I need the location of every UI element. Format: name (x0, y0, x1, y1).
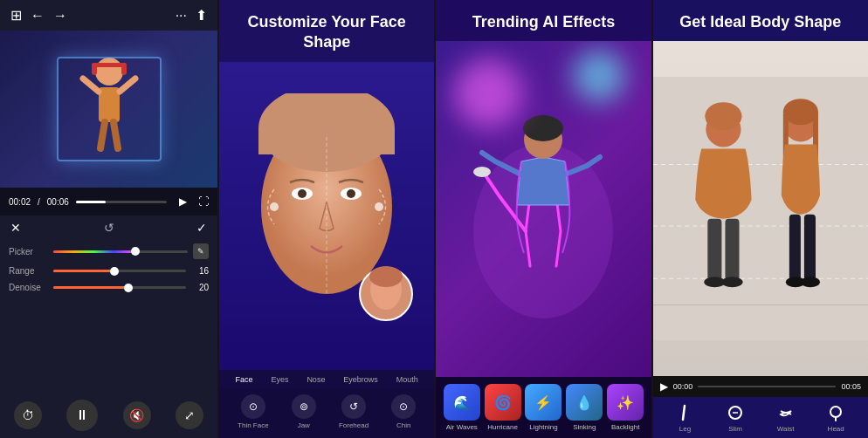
redo-icon[interactable]: → (53, 8, 67, 24)
progress-fill (76, 201, 106, 203)
slim-icon (725, 402, 746, 423)
leg-icon (674, 402, 695, 423)
effect-air-waves[interactable]: 🌊 Air Waves (444, 384, 480, 431)
lightning-label: Lightning (529, 423, 557, 431)
tab-nose[interactable]: Nose (307, 375, 325, 384)
svg-point-15 (347, 189, 355, 198)
face-shape-panel: Customize Your Face Shape (217, 0, 434, 438)
face-tabs: Face Eyes Nose Eyebrows Mouth (219, 370, 434, 389)
confirm-icon[interactable]: ✓ (196, 221, 207, 235)
thin-face-label: Thin Face (238, 421, 269, 429)
bottom-controls: ⏱ ⏸ 🔇 ⤢ (0, 393, 217, 438)
undo-icon[interactable]: ← (31, 8, 45, 24)
jaw-label: Jaw (298, 421, 310, 429)
denoise-track[interactable] (53, 286, 186, 289)
svg-point-13 (298, 189, 307, 198)
face-actions: ⊙ Thin Face ⊚ Jaw ↺ Forehead ⊙ Chin (219, 389, 434, 438)
waist-label: Waist (777, 425, 795, 433)
effect-lightning[interactable]: ⚡ Lightning (525, 384, 561, 431)
editor-header: ⊞ ← → ··· ⬆ (0, 0, 217, 31)
tab-eyebrows[interactable]: Eyebrows (343, 375, 378, 384)
picker-fill (53, 250, 134, 253)
chin-label: Chin (396, 421, 410, 429)
ai-effects-bar: 🌊 Air Waves 🌀 Hurricane ⚡ Lightning 💧 Si… (436, 377, 651, 438)
waist-icon (775, 402, 796, 423)
undo-action-icon[interactable]: ↺ (104, 221, 114, 235)
more-icon[interactable]: ··· (176, 8, 187, 24)
svg-point-17 (270, 202, 279, 211)
timer-button[interactable]: ⏱ (14, 401, 42, 429)
head-icon (825, 402, 846, 423)
sliders-section: Picker ✎ Range 16 Denoise 20 (0, 240, 217, 393)
slim-label: Slim (728, 425, 742, 433)
ctrl-slim[interactable]: Slim (725, 402, 746, 433)
video-editor-panel: ⊞ ← → ··· ⬆ 00:02 / (0, 0, 217, 438)
pause-button[interactable]: ⏸ (66, 400, 98, 431)
effect-sinking[interactable]: 💧 Sinking (566, 384, 603, 431)
lightning-thumb: ⚡ (525, 384, 561, 421)
head-label: Head (828, 425, 844, 433)
timeline-bar: 00:02 / 00:06 ▶ ⛶ (0, 188, 217, 216)
face-background (219, 62, 434, 370)
forehead-label: Forehead (339, 421, 369, 429)
sinking-label: Sinking (573, 423, 596, 431)
effect-hurricane[interactable]: 🌀 Hurricane (485, 384, 521, 431)
progress-bar[interactable] (76, 201, 167, 203)
tab-face[interactable]: Face (235, 375, 252, 384)
tab-eyes[interactable]: Eyes (271, 375, 288, 384)
backlight-thumb: ✨ (607, 384, 644, 421)
action-chin[interactable]: ⊙ Chin (391, 394, 416, 429)
range-thumb[interactable] (110, 267, 119, 276)
jaw-icon: ⊚ (292, 394, 316, 419)
face-illustration-svg (239, 93, 414, 338)
ctrl-waist[interactable]: Waist (775, 402, 796, 433)
range-track[interactable] (53, 270, 186, 272)
svg-point-18 (375, 202, 383, 211)
video-glow-effect (57, 57, 162, 161)
hurricane-thumb: 🌀 (485, 384, 521, 421)
ctrl-head[interactable]: Head (825, 402, 846, 433)
fullscreen-icon[interactable]: ⛶ (198, 195, 209, 208)
leg-label: Leg (679, 425, 691, 433)
svg-rect-42 (804, 215, 816, 280)
home-icon[interactable]: ⊞ (10, 7, 22, 24)
action-forehead[interactable]: ↺ Forehead (339, 394, 369, 429)
time-separator: / (38, 197, 40, 207)
ai-effects-title: Trending AI Effects (436, 0, 651, 41)
picker-track[interactable] (53, 250, 188, 253)
body-play-icon[interactable]: ▶ (660, 380, 668, 393)
thin-face-icon: ⊙ (241, 394, 265, 419)
picker-thumb[interactable] (131, 247, 140, 256)
body-progress-bar[interactable] (698, 386, 836, 387)
body-time-start: 00:00 (673, 382, 693, 391)
svg-line-45 (683, 406, 685, 420)
denoise-slider-row: Denoise 20 (9, 283, 209, 292)
svg-point-24 (523, 115, 563, 141)
total-time: 00:06 (47, 197, 69, 207)
cancel-icon[interactable]: ✕ (10, 221, 21, 235)
air-waves-label: Air Waves (446, 423, 478, 431)
header-right-icons: ··· ⬆ (176, 7, 207, 24)
body-controls-row: Leg Slim Waist Head (653, 397, 868, 438)
export-icon[interactable]: ⬆ (196, 7, 207, 24)
play-button[interactable]: ▶ (174, 193, 191, 210)
action-thin-face[interactable]: ⊙ Thin Face (238, 394, 269, 429)
svg-rect-33 (707, 219, 721, 280)
mute-button[interactable]: 🔇 (123, 401, 151, 429)
tab-mouth[interactable]: Mouth (396, 375, 418, 384)
picker-slider-row: Picker ✎ (9, 243, 209, 259)
ctrl-leg[interactable]: Leg (674, 402, 695, 433)
edit-picker-button[interactable]: ✎ (193, 243, 209, 259)
effect-backlight[interactable]: ✨ Backlight (607, 384, 644, 431)
range-value: 16 (191, 266, 209, 276)
range-slider-row: Range 16 (9, 266, 209, 276)
denoise-thumb[interactable] (124, 284, 133, 292)
picker-label: Picker (9, 247, 48, 257)
action-jaw[interactable]: ⊚ Jaw (292, 394, 316, 429)
denoise-value: 20 (191, 283, 209, 292)
header-left-icons: ⊞ ← → (10, 7, 67, 24)
air-waves-thumb: 🌊 (444, 384, 480, 421)
body-comparison-svg (653, 41, 868, 376)
range-label: Range (9, 266, 48, 276)
resize-button[interactable]: ⤢ (176, 401, 203, 429)
